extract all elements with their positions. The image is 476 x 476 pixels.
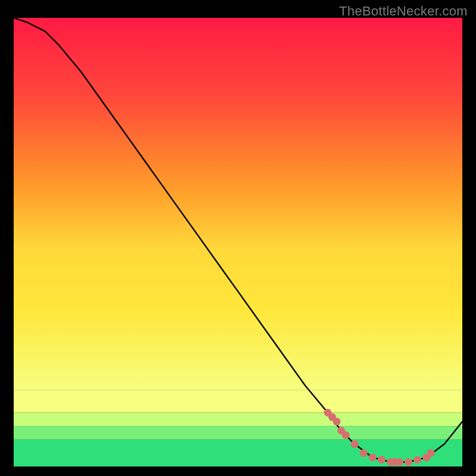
marker-dot [333, 418, 340, 425]
marker-dot [396, 458, 403, 466]
marker-dot [405, 458, 412, 466]
svg-rect-4 [14, 18, 462, 390]
svg-rect-2 [14, 413, 462, 427]
stage: TheBottleNecker.com [0, 0, 476, 476]
svg-rect-3 [14, 390, 462, 413]
marker-dot [351, 440, 359, 448]
marker-dot [414, 456, 421, 464]
marker-dot [369, 453, 377, 461]
chart-area [14, 18, 462, 466]
marker-dot [427, 449, 435, 457]
svg-rect-1 [14, 426, 462, 440]
marker-dot [378, 456, 386, 464]
watermark-text: TheBottleNecker.com [339, 4, 468, 19]
marker-dot [360, 449, 368, 457]
chart-svg [14, 18, 462, 466]
marker-dot [342, 431, 350, 439]
gradient-bands [14, 18, 462, 466]
